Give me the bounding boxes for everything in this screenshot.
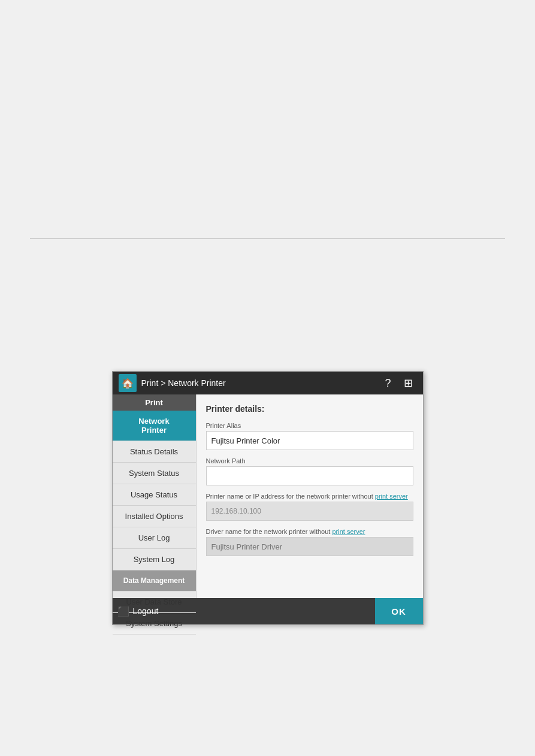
print-server-link-1[interactable]: print server	[375, 493, 408, 500]
logout-label: Logout	[133, 606, 159, 616]
label-network-path: Network Path	[206, 457, 413, 464]
help-button[interactable]: ?	[380, 375, 397, 391]
label-printer-alias: Printer Alias	[206, 422, 413, 429]
sidebar-item-system-status[interactable]: System Status	[113, 463, 196, 484]
sidebar-item-network-printer[interactable]: NetworkPrinter	[113, 411, 196, 441]
app-window: 🏠 Print > Network Printer ? ⊞	[112, 371, 424, 625]
input-printer-ip[interactable]	[206, 502, 413, 521]
sidebar: Print NetworkPrinter Status Details Syst…	[113, 394, 197, 598]
sidebar-print-header: Print	[113, 394, 196, 411]
home-icon: 🏠	[122, 378, 134, 389]
home-button[interactable]: 🏠	[119, 374, 137, 392]
title-bar-right: ? ⊞	[380, 375, 417, 391]
sidebar-item-status-details[interactable]: Status Details	[113, 441, 196, 463]
sidebar-item-installed-options[interactable]: Installed Options	[113, 506, 196, 527]
print-server-link-2[interactable]: print server	[332, 528, 365, 535]
ok-button[interactable]: OK	[375, 598, 423, 624]
title-bar: 🏠 Print > Network Printer ? ⊞	[113, 372, 423, 394]
main-layout: Print NetworkPrinter Status Details Syst…	[113, 394, 423, 598]
logout-button[interactable]: ⬛ Logout	[117, 606, 159, 617]
breadcrumb: Print > Network Printer	[141, 378, 226, 388]
sidebar-item-system-log[interactable]: System Log	[113, 549, 196, 570]
input-network-path[interactable]	[206, 466, 413, 485]
label-printer-ip: Printer name or IP address for the netwo…	[206, 493, 413, 500]
title-bar-left: 🏠 Print > Network Printer	[119, 374, 226, 392]
field-group-printer-ip: Printer name or IP address for the netwo…	[206, 493, 413, 521]
grid-button[interactable]: ⊞	[400, 375, 417, 391]
label-driver-name: Driver name for the network printer with…	[206, 528, 413, 535]
sidebar-item-usage-status[interactable]: Usage Status	[113, 484, 196, 506]
sidebar-section-data-management: Data Management	[113, 570, 196, 591]
field-group-printer-alias: Printer Alias	[206, 422, 413, 450]
sidebar-item-user-log[interactable]: User Log	[113, 527, 196, 549]
logout-icon: ⬛	[117, 606, 129, 617]
field-group-driver-name: Driver name for the network printer with…	[206, 528, 413, 556]
section-title: Printer details:	[206, 404, 413, 414]
input-printer-alias[interactable]	[206, 431, 413, 450]
content-area: Printer details: Printer Alias Network P…	[197, 394, 423, 598]
input-driver-name	[206, 537, 413, 556]
top-rule	[30, 238, 505, 239]
help-icon: ?	[385, 377, 391, 390]
field-group-network-path: Network Path	[206, 457, 413, 485]
grid-icon: ⊞	[404, 377, 413, 390]
